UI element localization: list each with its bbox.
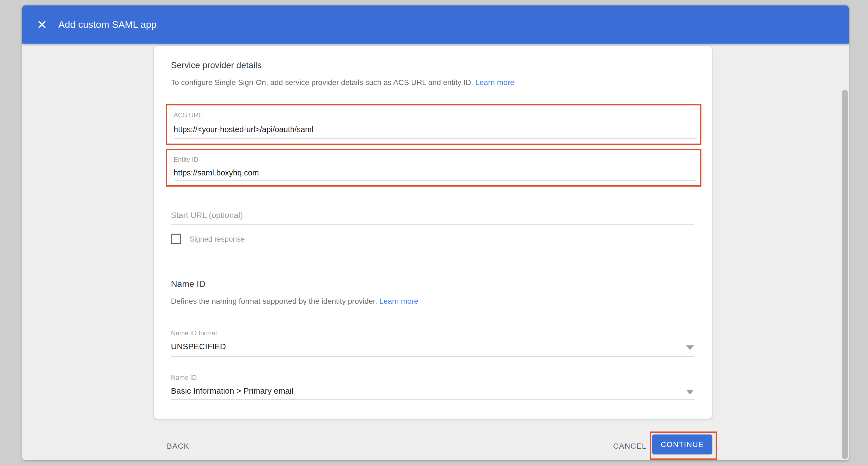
back-button[interactable]: BACK bbox=[167, 442, 189, 451]
continue-button[interactable]: CONTINUE bbox=[652, 434, 712, 454]
acs-url-highlight-box: ACS URL https://<your-hosted-url>/api/oa… bbox=[166, 104, 702, 145]
section-title-service-provider: Service provider details bbox=[171, 60, 262, 70]
name-id-format-dropdown-arrow-icon[interactable] bbox=[686, 345, 694, 350]
signed-response-label: Signed response bbox=[189, 235, 245, 243]
start-url-input[interactable]: Start URL (optional) bbox=[171, 210, 243, 220]
name-id-format-label: Name ID format bbox=[171, 329, 217, 337]
dialog-title: Add custom SAML app bbox=[58, 19, 156, 30]
cancel-button[interactable]: CANCEL bbox=[613, 442, 647, 451]
name-id-label: Name ID bbox=[171, 374, 197, 381]
dialog-scrollbar[interactable] bbox=[842, 90, 848, 459]
start-url-underline bbox=[171, 224, 694, 225]
name-id-select[interactable]: Basic Information > Primary email bbox=[171, 386, 293, 396]
name-id-format-select[interactable]: UNSPECIFIED bbox=[171, 342, 226, 351]
acs-url-underline bbox=[174, 138, 696, 139]
name-id-underline bbox=[171, 399, 694, 400]
signed-response-checkbox[interactable] bbox=[171, 234, 181, 244]
content-card: Service provider details To configure Si… bbox=[154, 46, 712, 419]
entity-id-underline bbox=[174, 180, 696, 180]
signed-response-row: Signed response bbox=[171, 234, 245, 244]
dialog-header: Add custom SAML app bbox=[22, 5, 849, 43]
close-icon[interactable] bbox=[36, 19, 48, 31]
learn-more-link-name-id[interactable]: Learn more bbox=[379, 297, 418, 305]
acs-url-label: ACS URL bbox=[174, 111, 202, 119]
learn-more-link-service-provider[interactable]: Learn more bbox=[475, 78, 514, 87]
entity-id-input[interactable]: https://saml.boxyhq.com bbox=[174, 168, 259, 177]
name-id-dropdown-arrow-icon[interactable] bbox=[686, 390, 694, 394]
entity-id-label: Entity ID bbox=[174, 156, 198, 163]
service-provider-description-text: To configure Single Sign-On, add service… bbox=[171, 78, 473, 87]
section-title-name-id: Name ID bbox=[171, 279, 205, 289]
section-description-name-id: Defines the naming format supported by t… bbox=[171, 297, 418, 306]
entity-id-highlight-box: Entity ID https://saml.boxyhq.com bbox=[166, 149, 702, 187]
section-description-service-provider: To configure Single Sign-On, add service… bbox=[171, 78, 515, 87]
name-id-description-text: Defines the naming format supported by t… bbox=[171, 297, 377, 305]
acs-url-input[interactable]: https://<your-hosted-url>/api/oauth/saml bbox=[174, 125, 313, 134]
name-id-format-underline bbox=[171, 356, 694, 357]
